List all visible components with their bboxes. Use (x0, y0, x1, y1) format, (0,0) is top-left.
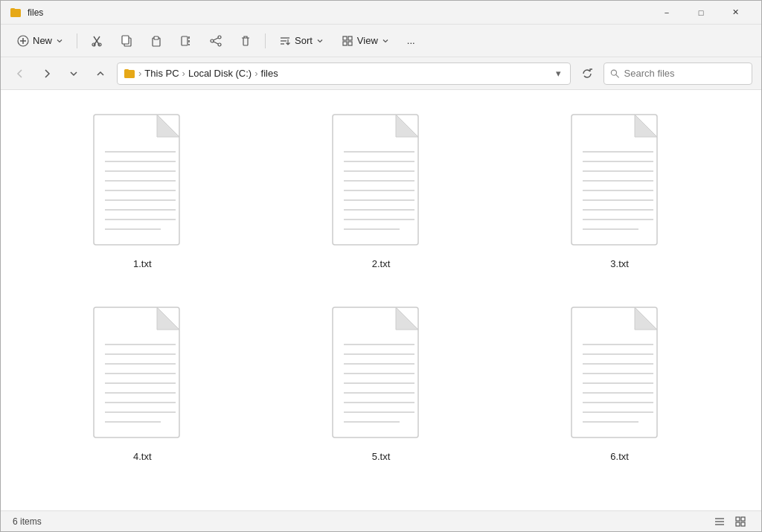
svg-rect-88 (736, 517, 740, 521)
file-name: 4.txt (133, 451, 152, 462)
svg-point-13 (218, 43, 221, 46)
file-icon (325, 304, 437, 445)
new-button[interactable]: New (10, 29, 71, 53)
path-folder-icon (124, 68, 135, 80)
window-title: files (28, 7, 43, 18)
paste-icon (150, 35, 162, 47)
path-this-pc: This PC (144, 68, 179, 79)
window-folder-icon (10, 7, 22, 19)
path-files: files (261, 68, 278, 79)
svg-point-12 (211, 39, 214, 42)
recent-locations-button[interactable] (63, 63, 84, 84)
forward-button[interactable] (36, 63, 57, 84)
search-icon (610, 68, 620, 79)
item-count: 6 items (13, 516, 42, 527)
files-grid: 1.txt 2.txt (31, 105, 731, 468)
list-view-icon (714, 516, 726, 528)
path-dropdown-button[interactable]: ▾ (553, 66, 564, 80)
delete-icon (240, 35, 252, 47)
file-name: 5.txt (372, 451, 391, 462)
view-icon (342, 35, 353, 47)
svg-point-23 (611, 70, 616, 75)
search-box[interactable] (603, 63, 752, 85)
up-icon (95, 68, 106, 79)
new-icon (17, 35, 29, 47)
file-item[interactable]: 6.txt (557, 298, 683, 468)
svg-rect-21 (343, 42, 347, 45)
sort-dropdown-icon (316, 37, 324, 45)
svg-line-14 (214, 38, 218, 40)
sort-button[interactable]: Sort (272, 29, 331, 53)
new-dropdown-icon (56, 37, 63, 45)
copy-icon (121, 35, 132, 47)
svg-rect-91 (741, 522, 745, 526)
file-icon (86, 111, 198, 252)
rename-icon (180, 35, 192, 47)
file-name: 1.txt (133, 258, 152, 269)
file-item[interactable]: 1.txt (79, 105, 205, 275)
file-name: 2.txt (372, 258, 391, 269)
grid-view-button[interactable] (731, 513, 749, 531)
file-item[interactable]: 3.txt (557, 105, 683, 275)
delete-button[interactable] (232, 29, 259, 53)
recent-icon (68, 68, 79, 79)
svg-rect-6 (122, 36, 129, 44)
svg-rect-20 (348, 36, 352, 40)
window-controls: − □ ✕ (650, 1, 752, 25)
toolbar-separator-2 (265, 33, 266, 48)
svg-rect-9 (182, 36, 188, 45)
file-icon (325, 111, 437, 252)
forward-icon (42, 68, 52, 79)
svg-rect-19 (343, 36, 347, 40)
file-item[interactable]: 2.txt (318, 105, 444, 275)
path-local-disk: Local Disk (C:) (188, 68, 252, 79)
svg-rect-8 (154, 36, 159, 39)
svg-line-24 (616, 74, 619, 77)
file-name: 3.txt (610, 258, 629, 269)
svg-rect-89 (741, 517, 745, 521)
list-view-button[interactable] (711, 513, 729, 531)
up-button[interactable] (90, 63, 111, 84)
minimize-button[interactable]: − (650, 1, 684, 25)
file-name: 6.txt (610, 451, 629, 462)
svg-rect-22 (348, 42, 352, 45)
address-path[interactable]: › This PC › Local Disk (C:) › files ▾ (117, 63, 571, 85)
grid-view-icon (734, 516, 746, 528)
paste-button[interactable] (143, 29, 170, 53)
refresh-button[interactable] (577, 63, 598, 84)
sort-icon (279, 35, 291, 47)
svg-point-11 (218, 36, 221, 39)
view-button[interactable]: View (334, 29, 397, 53)
status-view-buttons (711, 513, 749, 531)
svg-line-15 (214, 42, 218, 44)
file-icon (86, 304, 198, 445)
cut-button[interactable] (83, 29, 110, 53)
restore-button[interactable]: □ (684, 1, 718, 25)
more-button[interactable]: ... (400, 29, 423, 53)
search-input[interactable] (624, 68, 746, 79)
rename-button[interactable] (173, 29, 199, 53)
title-bar: files − □ ✕ (1, 1, 761, 25)
toolbar: New (1, 25, 761, 57)
file-item[interactable]: 5.txt (318, 298, 444, 468)
cut-icon (91, 35, 103, 47)
status-bar: 6 items (1, 510, 761, 531)
file-icon (564, 111, 676, 252)
main-content: 1.txt 2.txt (1, 90, 761, 510)
copy-button[interactable] (113, 29, 140, 53)
back-button[interactable] (10, 63, 31, 84)
share-icon (210, 35, 222, 47)
close-button[interactable]: ✕ (718, 1, 752, 25)
toolbar-separator-1 (77, 33, 77, 48)
back-icon (15, 68, 25, 79)
refresh-icon (582, 68, 592, 79)
file-icon (564, 304, 676, 445)
view-dropdown-icon (382, 37, 389, 45)
file-item[interactable]: 4.txt (79, 298, 205, 468)
share-button[interactable] (202, 29, 229, 53)
address-bar: › This PC › Local Disk (C:) › files ▾ (1, 57, 761, 90)
svg-rect-90 (736, 522, 740, 526)
